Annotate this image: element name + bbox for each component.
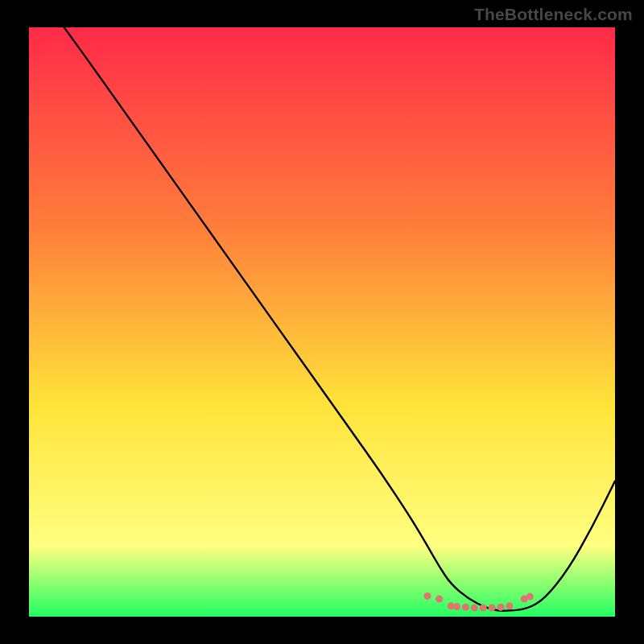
watermark-text: TheBottleneck.com bbox=[474, 5, 633, 24]
chart-stage: TheBottleneck.com bbox=[0, 0, 644, 644]
marker-dot bbox=[526, 593, 534, 601]
marker-dot bbox=[506, 602, 513, 609]
chart-svg bbox=[29, 27, 615, 617]
marker-dot bbox=[480, 605, 487, 612]
marker-dot bbox=[497, 604, 505, 611]
marker-dot bbox=[462, 604, 469, 611]
gradient-background bbox=[29, 27, 615, 617]
marker-dot bbox=[436, 596, 443, 603]
marker-dot bbox=[489, 605, 496, 612]
marker-dot bbox=[453, 603, 460, 610]
marker-dot bbox=[424, 592, 431, 600]
plot-area bbox=[29, 27, 615, 617]
marker-dot bbox=[471, 605, 478, 612]
